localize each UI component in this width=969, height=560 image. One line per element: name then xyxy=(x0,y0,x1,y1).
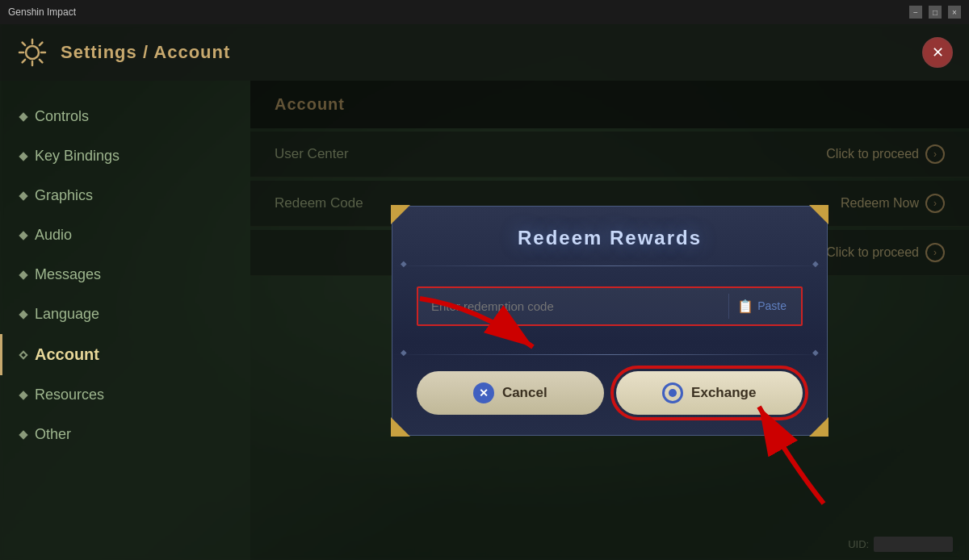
bullet-icon xyxy=(19,191,27,200)
modal-title: Redeem Rewards xyxy=(417,227,803,249)
minimize-button[interactable]: − xyxy=(909,6,922,19)
sidebar-item-controls[interactable]: Controls xyxy=(0,97,250,136)
window-controls: − □ × xyxy=(909,6,961,19)
svg-marker-5 xyxy=(391,417,410,437)
sidebar-item-key-bindings[interactable]: Key Bindings xyxy=(0,136,250,176)
gear-icon xyxy=(16,36,48,69)
settings-window: Settings / Account ✕ Controls Key Bindin… xyxy=(0,24,969,560)
sidebar-label-messages: Messages xyxy=(35,266,101,283)
header-left: Settings / Account xyxy=(16,36,230,69)
sidebar-label-account: Account xyxy=(35,345,99,364)
modal-title-bar: Redeem Rewards xyxy=(392,207,827,265)
sidebar-item-account[interactable]: Account xyxy=(0,334,250,375)
window-close-button[interactable]: × xyxy=(948,6,961,19)
sidebar-label-key-bindings: Key Bindings xyxy=(35,148,120,165)
bullet-icon xyxy=(19,391,27,399)
title-bar: Genshin Impact − □ × xyxy=(0,0,969,24)
sidebar-label-audio: Audio xyxy=(35,227,72,244)
modal-body: 📋 Paste xyxy=(392,266,827,354)
cancel-icon: ✕ xyxy=(473,382,494,403)
sidebar-label-controls: Controls xyxy=(35,108,89,125)
redemption-input-container[interactable]: 📋 Paste xyxy=(417,286,803,326)
sidebar: Controls Key Bindings Graphics Audio Mes… xyxy=(0,81,250,560)
bullet-icon xyxy=(19,112,27,121)
modal-footer: ✕ Cancel Exchange xyxy=(392,355,827,435)
exchange-button[interactable]: Exchange xyxy=(616,371,803,415)
corner-bl xyxy=(391,417,410,437)
cancel-button[interactable]: ✕ Cancel xyxy=(417,371,604,415)
bullet-icon xyxy=(19,270,27,279)
window-title: Genshin Impact xyxy=(8,6,76,18)
content-area: Controls Key Bindings Graphics Audio Mes… xyxy=(0,81,969,560)
redeem-modal: Redeem Rewards 📋 Paste xyxy=(392,206,828,436)
exchange-icon-inner xyxy=(669,389,677,397)
corner-tr xyxy=(809,205,828,224)
exchange-icon xyxy=(662,382,683,403)
redemption-code-input[interactable] xyxy=(425,291,728,321)
main-content: Account User Center Click to proceed › R… xyxy=(250,81,969,560)
modal-divider-bottom xyxy=(392,354,827,355)
sidebar-label-other: Other xyxy=(35,426,71,443)
bullet-icon xyxy=(19,310,27,319)
bullet-icon xyxy=(19,152,27,161)
sidebar-label-language: Language xyxy=(35,306,99,323)
sidebar-item-audio[interactable]: Audio xyxy=(0,215,250,255)
sidebar-item-resources[interactable]: Resources xyxy=(0,375,250,415)
paste-button[interactable]: 📋 Paste xyxy=(728,294,795,319)
paste-label: Paste xyxy=(757,299,787,312)
sidebar-item-language[interactable]: Language xyxy=(0,295,250,334)
cancel-label: Cancel xyxy=(502,385,547,401)
sidebar-label-resources: Resources xyxy=(35,387,104,403)
sidebar-label-graphics: Graphics xyxy=(35,187,93,204)
sidebar-item-graphics[interactable]: Graphics xyxy=(0,176,250,215)
corner-tl xyxy=(391,205,410,224)
clipboard-icon: 📋 xyxy=(737,299,753,314)
settings-close-button[interactable]: ✕ xyxy=(922,37,953,68)
exchange-label: Exchange xyxy=(691,385,756,401)
maximize-button[interactable]: □ xyxy=(929,6,942,19)
bullet-icon xyxy=(19,430,27,439)
diamond-icon xyxy=(19,350,27,359)
sidebar-item-other[interactable]: Other xyxy=(0,415,250,454)
corner-br xyxy=(809,417,828,437)
svg-point-0 xyxy=(26,46,39,59)
svg-marker-3 xyxy=(391,205,410,224)
modal-overlay: Redeem Rewards 📋 Paste xyxy=(250,81,969,560)
settings-header: Settings / Account ✕ xyxy=(0,24,969,81)
bullet-icon xyxy=(19,231,27,240)
svg-marker-4 xyxy=(809,205,828,224)
header-title: Settings / Account xyxy=(61,42,230,63)
svg-marker-6 xyxy=(809,417,828,437)
sidebar-item-messages[interactable]: Messages xyxy=(0,255,250,295)
